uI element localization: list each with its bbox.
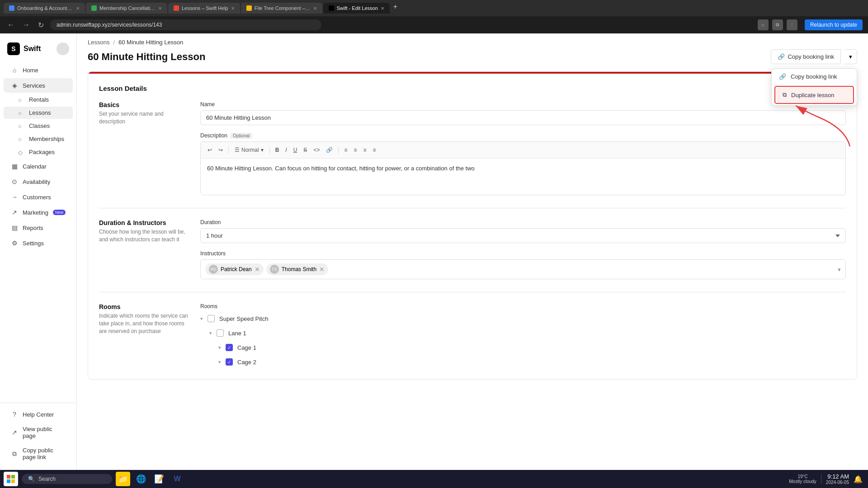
room-chevron-2[interactable]: ▾ — [218, 345, 221, 351]
sidebar-item-classes[interactable]: ○ Classes — [4, 120, 73, 132]
sidebar-item-services[interactable]: ◈ Services — [4, 78, 73, 93]
bold-button[interactable]: B — [273, 145, 282, 155]
dropdown-duplicate-lesson[interactable]: ⧉ Duplicate lesson — [774, 86, 854, 104]
room-checkbox-1[interactable] — [217, 329, 224, 337]
align-left-button[interactable]: ≡ — [342, 145, 349, 155]
basics-desc: Set your service name and description — [99, 110, 189, 126]
tab-close-3[interactable]: ✕ — [231, 6, 235, 11]
align-center-button[interactable]: ≡ — [351, 145, 359, 155]
main-content: Lessons / 60 Minute Hitting Lesson 60 Mi… — [77, 33, 868, 470]
room-checkbox-3[interactable]: ✓ — [226, 358, 233, 366]
code-button[interactable]: <> — [311, 145, 322, 155]
dropdown-menu: 🔗 Copy booking link ⧉ Duplicate lesson — [771, 68, 857, 106]
duration-label: Duration — [200, 219, 846, 225]
sidebar-item-home[interactable]: ⌂ Home — [4, 63, 73, 77]
rooms-row: Rooms Indicate which rooms the service c… — [99, 292, 846, 368]
sidebar-item-help[interactable]: ? Help Center — [4, 407, 73, 422]
room-checkbox-2[interactable]: ✓ — [226, 344, 233, 351]
tab-close-4[interactable]: ✕ — [313, 6, 317, 11]
notification-icon[interactable]: 🔔 — [852, 473, 864, 485]
underline-button[interactable]: U — [291, 145, 300, 155]
sidebar-item-lessons[interactable]: ○ Lessons — [4, 107, 73, 119]
instructors-field[interactable]: PD Patrick Dean ✕ TS Thomas Smith ✕ ▾ — [200, 259, 846, 279]
search-icon: 🔍 — [28, 476, 35, 482]
marketing-icon: ↗ — [11, 209, 18, 216]
bookmark-button[interactable]: ☆ — [758, 19, 769, 30]
format-lines-icon: ☰ — [235, 147, 240, 153]
taskbar-word[interactable]: W — [170, 472, 184, 486]
sidebar-item-availability[interactable]: ⊙ Availability — [4, 174, 73, 189]
browser-tab-1[interactable]: Onboarding & Account Setup ✕ — [4, 3, 85, 14]
description-editor[interactable]: ↩ ↪ ☰ Normal ▾ B — [200, 141, 846, 195]
tab-close-1[interactable]: ✕ — [76, 6, 80, 11]
room-chevron-1[interactable]: ▾ — [209, 330, 212, 336]
italic-button[interactable]: I — [283, 145, 289, 155]
taskbar-file-explorer[interactable]: 📁 — [116, 472, 130, 486]
sidebar-item-customers[interactable]: → Customers — [4, 190, 73, 204]
strikethrough-button[interactable]: S — [301, 145, 309, 155]
room-name-3: Cage 2 — [237, 359, 256, 366]
instructor-avatar-0: PD — [209, 265, 218, 274]
sidebar-item-reports[interactable]: ▤ Reports — [4, 221, 73, 235]
sidebar-item-calendar[interactable]: ▦ Calendar — [4, 159, 73, 174]
header-actions: 🔗 Copy booking link ▾ 🔗 Copy booking lin… — [771, 49, 857, 64]
back-button[interactable]: ← — [5, 19, 16, 31]
sidebar-item-memberships[interactable]: ○ Memberships — [4, 133, 73, 145]
classes-icon: ○ — [18, 123, 24, 129]
external-link-icon: ↗ — [11, 429, 18, 436]
sidebar-item-copy-public[interactable]: ⧉ Copy public page link — [4, 443, 73, 464]
align-justify-button[interactable]: ≡ — [370, 145, 378, 155]
more-button[interactable]: ⋮ — [787, 19, 797, 30]
tab-close-2[interactable]: ✕ — [158, 6, 162, 11]
browser-tab-2[interactable]: Membership Cancellation Instr... ✕ — [86, 3, 167, 14]
align-right-button[interactable]: ≡ — [361, 145, 368, 155]
room-chevron-0[interactable]: ▾ — [200, 316, 203, 322]
instructor-tag-1: TS Thomas Smith ✕ — [266, 263, 328, 275]
description-label: Description — [200, 132, 227, 139]
taskbar-notes[interactable]: 📝 — [152, 472, 166, 486]
sidebar-item-settings[interactable]: ⚙ Settings — [4, 236, 73, 250]
sidebar-item-marketing[interactable]: ↗ Marketing New — [4, 205, 73, 220]
taskbar: 🔍 Search 📁 🌐 📝 W 19°C Mostly cloudy 9:12… — [0, 470, 868, 488]
link-button[interactable]: 🔗 — [324, 145, 335, 155]
instructors-chevron-icon: ▾ — [838, 266, 841, 273]
instructor-remove-0[interactable]: ✕ — [255, 266, 260, 272]
extensions-button[interactable]: ⧉ — [772, 19, 783, 30]
help-icon: ? — [11, 411, 18, 418]
home-icon: ⌂ — [11, 66, 18, 74]
relaunch-button[interactable]: Relaunch to update — [805, 19, 863, 30]
tab-close-5[interactable]: ✕ — [381, 6, 384, 11]
browser-tab-3[interactable]: Lessons – Swift Help ✕ — [168, 3, 240, 14]
address-bar[interactable]: admin.runswiftapp.xyz/services/lessons/1… — [50, 19, 321, 30]
room-chevron-3[interactable]: ▾ — [218, 359, 221, 365]
sidebar-logo: S Swift — [0, 39, 76, 62]
start-button[interactable] — [4, 472, 18, 486]
taskbar-search[interactable]: 🔍 Search — [22, 474, 112, 484]
browser-tab-5[interactable]: Swift - Edit Lesson ✕ — [323, 3, 390, 14]
refresh-button[interactable]: ↻ — [36, 19, 46, 31]
dropdown-copy-booking[interactable]: 🔗 Copy booking link — [772, 69, 857, 84]
sidebar-item-rentals[interactable]: ○ Rentals — [4, 94, 73, 106]
instructor-remove-1[interactable]: ✕ — [319, 266, 325, 272]
room-checkbox-0[interactable] — [208, 315, 215, 322]
sidebar-item-view-public[interactable]: ↗ View public page — [4, 422, 73, 443]
redo-button[interactable]: ↪ — [216, 145, 225, 155]
taskbar-system-tray: 19°C Mostly cloudy 9:12 AM 2024-06-05 🔔 — [789, 473, 864, 485]
copy-booking-button[interactable]: 🔗 Copy booking link — [771, 49, 841, 64]
breadcrumb-lessons[interactable]: Lessons — [88, 39, 109, 46]
packages-icon: ◇ — [18, 149, 24, 155]
browser-tab-4[interactable]: File Tree Component – Nextra ✕ — [241, 3, 322, 14]
taskbar-chrome[interactable]: 🌐 — [134, 472, 148, 486]
name-input[interactable] — [200, 110, 846, 125]
duration-select[interactable]: 1 hour — [200, 228, 846, 243]
new-tab-button[interactable]: + — [391, 3, 400, 14]
sidebar-item-packages[interactable]: ◇ Packages — [4, 146, 73, 158]
dropdown-arrow-button[interactable]: ▾ — [844, 49, 857, 64]
undo-button[interactable]: ↩ — [205, 145, 214, 155]
description-content[interactable]: 60 Minute Hitting Lesson. Can focus on h… — [201, 159, 845, 195]
forward-button[interactable]: → — [21, 19, 32, 31]
name-label: Name — [200, 101, 846, 108]
format-dropdown[interactable]: ☰ Normal ▾ — [232, 145, 266, 155]
user-avatar[interactable] — [57, 42, 69, 55]
memberships-icon: ○ — [18, 136, 24, 142]
